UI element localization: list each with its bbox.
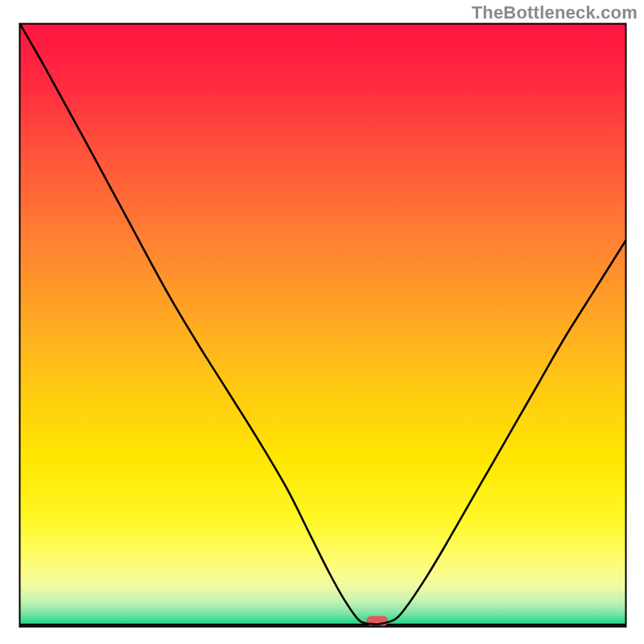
bottleneck-curve-chart (0, 0, 644, 644)
chart-container: TheBottleneck.com (0, 0, 644, 644)
plot-background (20, 24, 625, 626)
watermark-label: TheBottleneck.com (472, 2, 638, 23)
